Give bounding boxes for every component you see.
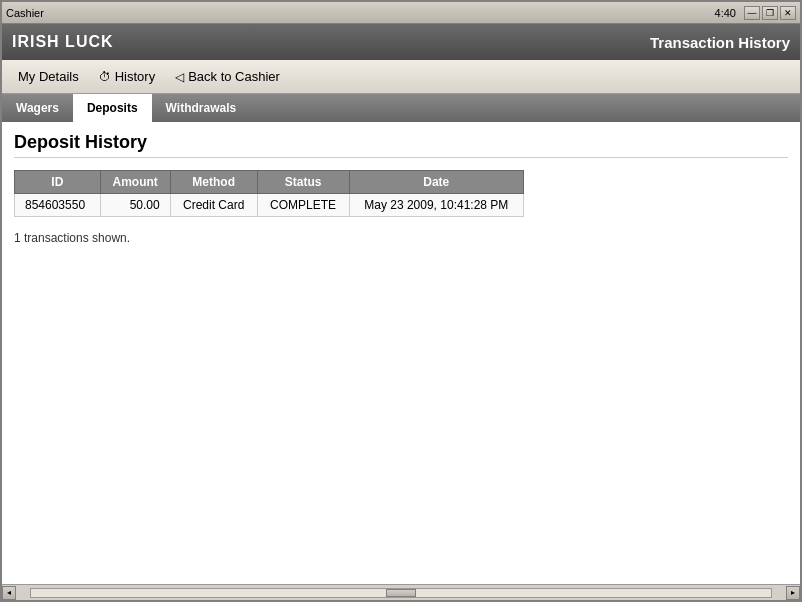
- cell-status: COMPLETE: [257, 194, 349, 217]
- history-nav-label: History: [115, 69, 155, 84]
- scroll-right-arrow[interactable]: ▸: [786, 586, 800, 600]
- cell-amount: 50.00: [100, 194, 170, 217]
- col-header-method: Method: [170, 171, 257, 194]
- main-window: Cashier 4:40 — ❐ ✕ IRISH LUCK Transactio…: [0, 0, 802, 602]
- scroll-left-arrow[interactable]: ◂: [2, 586, 16, 600]
- col-header-status: Status: [257, 171, 349, 194]
- tabs-bar: Wagers Deposits Withdrawals: [2, 94, 800, 122]
- minimize-button[interactable]: —: [744, 6, 760, 20]
- back-to-cashier-label: Back to Cashier: [188, 69, 280, 84]
- title-bar-left: Cashier: [6, 7, 44, 19]
- cell-date: May 23 2009, 10:41:28 PM: [349, 194, 523, 217]
- col-header-id: ID: [15, 171, 101, 194]
- page-title: Transaction History: [650, 34, 790, 51]
- app-header: IRISH LUCK Transaction History: [2, 24, 800, 60]
- back-icon: ◁: [175, 70, 184, 84]
- close-button[interactable]: ✕: [780, 6, 796, 20]
- scrollbar-thumb[interactable]: [386, 589, 416, 597]
- main-content: Deposit History ID Amount Method Status …: [2, 122, 800, 584]
- transactions-count: 1 transactions shown.: [14, 231, 788, 245]
- clock: 4:40: [715, 7, 736, 19]
- title-bar: Cashier 4:40 — ❐ ✕: [2, 2, 800, 24]
- col-header-amount: Amount: [100, 171, 170, 194]
- my-details-nav[interactable]: My Details: [10, 65, 87, 88]
- deposit-table: ID Amount Method Status Date 85460355050…: [14, 170, 524, 217]
- col-header-date: Date: [349, 171, 523, 194]
- tab-withdrawals[interactable]: Withdrawals: [152, 94, 251, 122]
- window-title: Cashier: [6, 7, 44, 19]
- table-row: 85460355050.00Credit CardCOMPLETEMay 23 …: [15, 194, 524, 217]
- tab-wagers[interactable]: Wagers: [2, 94, 73, 122]
- history-nav[interactable]: ⏱ History: [91, 65, 163, 88]
- nav-bar: My Details ⏱ History ◁ Back to Cashier: [2, 60, 800, 94]
- cell-id: 854603550: [15, 194, 101, 217]
- restore-button[interactable]: ❐: [762, 6, 778, 20]
- brand-name: IRISH LUCK: [12, 33, 114, 51]
- scrollbar-track[interactable]: [30, 588, 772, 598]
- scrollbar-area: ◂ ▸: [2, 584, 800, 600]
- tab-deposits[interactable]: Deposits: [73, 94, 152, 122]
- title-bar-controls: 4:40 — ❐ ✕: [715, 6, 796, 20]
- cell-method: Credit Card: [170, 194, 257, 217]
- back-to-cashier-nav[interactable]: ◁ Back to Cashier: [167, 65, 288, 88]
- section-title: Deposit History: [14, 132, 788, 158]
- clock-icon: ⏱: [99, 70, 111, 84]
